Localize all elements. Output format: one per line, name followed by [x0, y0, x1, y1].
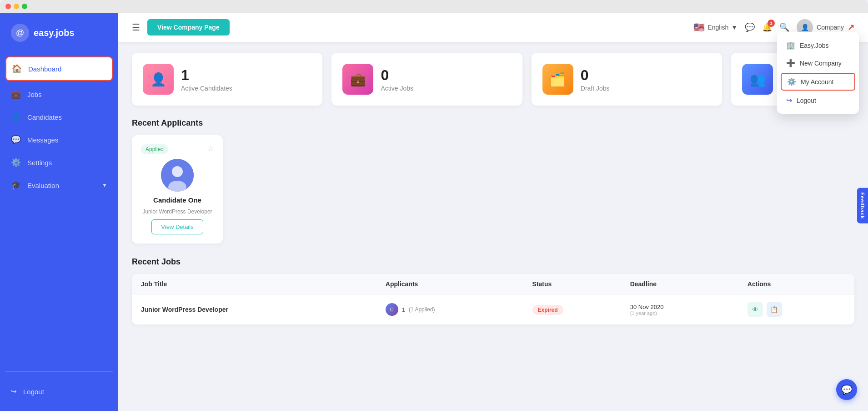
sidebar-logo: @ easy.jobs: [0, 13, 118, 51]
header-left: ☰ View Company Page: [132, 19, 230, 36]
active-candidates-label: Active Candidates: [181, 85, 232, 92]
sidebar-label-dashboard: Dashboard: [28, 65, 61, 73]
sidebar-item-evaluation[interactable]: 🎓 Evaluation ▼: [0, 174, 118, 197]
applied-count-label: (1 Applied): [409, 306, 435, 313]
sidebar: @ easy.jobs 🏠 Dashboard 💼 Jobs 👤 Candida…: [0, 13, 118, 411]
gear-icon: ⚙️: [11, 157, 21, 167]
home-icon: 🏠: [12, 64, 22, 74]
chevron-down-icon: ▼: [102, 182, 107, 188]
header: ☰ View Company Page 🇺🇸 English ▼ 💬 🔔 1: [118, 13, 868, 42]
plus-icon: ➕: [786, 59, 795, 67]
recent-applicants-title: Recent Applicants: [132, 118, 854, 128]
window-chrome: [0, 0, 868, 13]
user-dropdown-menu: 🏢 Easy.Jobs ➕ New Company ⚙️ My Account …: [777, 32, 859, 114]
stats-row: 👤 1 Active Candidates 💼 0 Active Jobs 🗂️: [132, 53, 854, 106]
chat-header-icon[interactable]: 💬: [745, 22, 755, 32]
svg-point-1: [172, 166, 183, 177]
candidate-avatar: [161, 159, 194, 192]
language-label: English: [707, 24, 728, 31]
account-gear-icon: ⚙️: [787, 77, 796, 86]
total-icon: 👥: [742, 64, 773, 95]
hamburger-icon[interactable]: ☰: [132, 22, 140, 33]
view-details-button[interactable]: View Details: [151, 219, 203, 234]
feedback-tab[interactable]: Feedback: [857, 188, 868, 223]
col-actions: Actions: [748, 280, 845, 288]
applicant-card: Applied ☆ Candidate One Junior WordPress…: [132, 135, 223, 244]
sidebar-nav: 🏠 Dashboard 💼 Jobs 👤 Candidates 💬 Messag…: [0, 51, 118, 371]
recent-jobs-section: Recent Jobs Job Title Applicants Status …: [132, 257, 854, 325]
sidebar-item-jobs[interactable]: 💼 Jobs: [0, 83, 118, 106]
dropdown-item-new-company[interactable]: ➕ New Company: [777, 54, 859, 72]
table-row: Junior WordPress Developer C 1 (1 Applie…: [132, 294, 854, 325]
actions-cell: 👁 📋: [748, 302, 845, 317]
jobs-table: Job Title Applicants Status Deadline Act…: [132, 274, 854, 325]
briefcase-icon: 💼: [11, 89, 21, 99]
stat-info-candidates: 1 Active Candidates: [181, 67, 232, 92]
status-badge: Expired: [532, 305, 563, 315]
sidebar-item-dashboard[interactable]: 🏠 Dashboard: [5, 56, 113, 81]
stat-card-draft-jobs: 🗂️ 0 Draft Jobs: [532, 53, 722, 106]
minimize-dot[interactable]: [14, 4, 19, 9]
sidebar-logout-item[interactable]: ↪ Logout: [5, 381, 113, 402]
recent-applicants-section: Recent Applicants Applied ☆ Candidate On…: [132, 118, 854, 244]
stat-card-active-jobs: 💼 0 Active Jobs: [331, 53, 522, 106]
stat-info-jobs: 0 Active Jobs: [381, 67, 413, 92]
deadline-ago: (1 year ago): [630, 310, 748, 316]
sidebar-label-evaluation: Evaluation: [27, 182, 59, 189]
red-arrow-icon: ↗: [848, 22, 854, 32]
job-title-cell: Junior WordPress Developer: [141, 306, 386, 313]
active-candidates-value: 1: [181, 67, 232, 84]
active-jobs-icon: 💼: [342, 64, 373, 95]
sidebar-item-candidates[interactable]: 👤 Candidates: [0, 106, 118, 128]
chat-bubble-button[interactable]: 💬: [836, 379, 857, 400]
close-dot[interactable]: [5, 4, 11, 9]
logo-text: easy.jobs: [34, 28, 75, 38]
active-jobs-label: Active Jobs: [381, 85, 413, 92]
draft-jobs-label: Draft Jobs: [581, 85, 610, 92]
candidate-name: Candidate One: [153, 196, 201, 204]
dropdown-label-new-company: New Company: [800, 60, 842, 67]
stat-info-draft: 0 Draft Jobs: [581, 67, 610, 92]
dropdown-item-easyjobs[interactable]: 🏢 Easy.Jobs: [777, 36, 859, 54]
evaluation-icon: 🎓: [11, 180, 21, 190]
flag-icon: 🇺🇸: [693, 22, 705, 33]
sidebar-label-logout: Logout: [23, 388, 44, 396]
view-company-button[interactable]: View Company Page: [147, 19, 230, 36]
star-icon[interactable]: ☆: [207, 144, 214, 154]
sidebar-label-jobs: Jobs: [27, 91, 42, 98]
view-job-button[interactable]: 👁: [748, 302, 763, 317]
dropdown-item-my-account[interactable]: ⚙️ My Account: [781, 73, 855, 91]
col-job-title: Job Title: [141, 280, 386, 288]
search-icon[interactable]: 🔍: [779, 22, 789, 32]
language-selector[interactable]: 🇺🇸 English ▼: [693, 22, 738, 33]
notification-bell-icon[interactable]: 🔔 1: [762, 22, 772, 32]
dropdown-label-my-account: My Account: [801, 78, 833, 86]
sidebar-item-settings[interactable]: ⚙️ Settings: [0, 151, 118, 174]
logout-icon: ↪: [11, 387, 17, 396]
sidebar-bottom: ↪ Logout: [5, 371, 113, 411]
table-header: Job Title Applicants Status Deadline Act…: [132, 274, 854, 294]
sidebar-label-candidates: Candidates: [27, 113, 62, 121]
applicants-cell: C 1 (1 Applied): [386, 303, 532, 316]
logout-arrow-icon: ↪: [786, 96, 792, 105]
dashboard-body: 👤 1 Active Candidates 💼 0 Active Jobs 🗂️: [118, 42, 868, 335]
maximize-dot[interactable]: [22, 4, 27, 9]
applicants-count: 1: [402, 306, 405, 313]
copy-job-button[interactable]: 📋: [767, 302, 782, 317]
notification-badge: 1: [768, 20, 775, 27]
dropdown-label-easyjobs: Easy.Jobs: [800, 42, 829, 49]
col-applicants: Applicants: [386, 280, 532, 288]
main-content: ☰ View Company Page 🇺🇸 English ▼ 💬 🔔 1: [118, 13, 868, 411]
user-icon: 👤: [11, 112, 21, 122]
applicant-badge-row: Applied ☆: [141, 144, 214, 154]
recent-jobs-title: Recent Jobs: [132, 257, 854, 267]
sidebar-item-messages[interactable]: 💬 Messages: [0, 128, 118, 151]
dropdown-item-logout[interactable]: ↪ Logout: [777, 91, 859, 109]
active-candidates-icon: 👤: [143, 64, 174, 95]
draft-jobs-icon: 🗂️: [542, 64, 573, 95]
active-jobs-value: 0: [381, 67, 413, 84]
deadline-date: 30 Nov 2020: [630, 304, 748, 310]
candidate-role: Junior WordPress Developer: [142, 208, 212, 215]
sidebar-label-settings: Settings: [27, 159, 52, 167]
easyjobs-icon: 🏢: [786, 41, 795, 50]
